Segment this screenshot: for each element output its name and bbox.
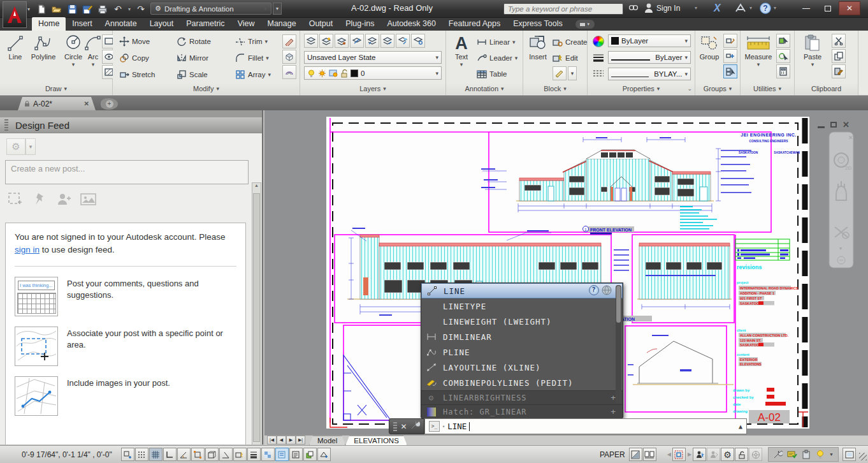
popup-scrollbar[interactable] [616,285,621,404]
layout-nav-prev[interactable]: ◀ [277,436,286,445]
autodesk360-icon[interactable] [734,2,747,17]
suggestion-pline[interactable]: PLINE [421,344,623,360]
group-selection-toggle[interactable] [723,64,737,78]
modify-panel-footer[interactable]: Modify▾ [113,83,300,94]
maximize-button[interactable] [817,1,839,15]
polar-tracking-toggle[interactable] [177,448,191,461]
panel-grip-icon[interactable] [4,119,8,131]
annotation-panel-footer[interactable]: Annotation▾ [446,83,523,94]
feed-gear-icon[interactable]: ⚙ [6,138,25,155]
color-wheel-icon[interactable] [593,36,604,47]
viewport-next-icon[interactable]: ▶ [688,452,691,457]
command-help-icon[interactable]: ? [589,285,599,295]
layer-state-dropdown[interactable]: Unsaved Layer State▾ [304,51,442,64]
doc-minimize-icon[interactable] [818,126,825,128]
maximize-viewport-button[interactable] [672,448,686,461]
annotation-monitor-toggle[interactable] [303,448,317,461]
ribbon-tab-view[interactable]: View [231,17,261,31]
fillet-button[interactable]: Fillet▾ [235,52,269,64]
new-drawing-tab-button[interactable]: + [101,98,118,110]
steering-wheel-button[interactable] [749,448,762,461]
suggestion-hatch-grlinear[interactable]: Hatch: GR_LINEAR+ [421,404,623,418]
utilities-panel-footer[interactable]: Utilities▾ [741,83,794,94]
ribbon-tab-home[interactable]: Home [32,17,66,31]
line-button[interactable]: Line [3,33,28,61]
toolbar-lock-button[interactable] [735,448,748,461]
lineweight-display-toggle[interactable] [247,448,261,461]
app-menu-chevron-icon[interactable]: ▾ [27,6,30,12]
command-input[interactable]: >_ ▾ LINE ▲ [424,418,747,434]
design-feed-header[interactable]: Design Feed [0,117,262,133]
tab-elevations[interactable]: ELEVATIONS [345,436,407,445]
annotation-visibility-button[interactable] [693,448,706,461]
arc-button[interactable]: Arc▾ [83,33,103,68]
minimize-button[interactable]: — [795,1,817,15]
lineweight-icon[interactable] [593,54,604,65]
qat-customize-button[interactable]: ▾ [273,3,282,15]
ribbon-tab-annotate[interactable]: Annotate [99,17,143,31]
search-go-icon[interactable] [628,3,639,17]
a360-chevron-icon[interactable]: ▾ [749,5,752,11]
layout-nav-last[interactable]: ▶| [296,436,305,445]
new-file-icon[interactable] [34,3,48,15]
quick-properties-toggle[interactable] [289,448,303,461]
command-bar-grip[interactable]: ✕ [389,418,424,434]
sign-in-link[interactable]: sign in [15,245,40,254]
feed-scroll-up-icon[interactable]: ▲ [252,183,261,192]
search-input[interactable] [503,3,623,15]
dynamic-input-toggle[interactable] [233,448,247,461]
layer-freeze-icon[interactable] [365,34,379,48]
ribbon-tab-output[interactable]: Output [303,17,340,31]
suggestion-line[interactable]: LINE ? [421,283,623,298]
sign-in-button[interactable]: Sign In [656,4,680,13]
scale-button[interactable]: Scale [177,68,208,81]
workspace-switcher[interactable]: ⚙ Drafting & Annotation ▾ [150,3,271,15]
viewport-prev-icon[interactable]: ◀ [667,452,671,457]
internet-search-icon[interactable] [602,285,612,297]
tray-plot-status-icon[interactable] [785,448,799,461]
cut-icon[interactable] [832,34,846,48]
doc-restore-icon[interactable] [830,122,837,128]
tray-clipboard-icon[interactable] [799,448,813,461]
model-space-icon[interactable] [629,448,642,461]
command-close-icon[interactable]: ✕ [400,422,407,431]
plot-icon[interactable] [96,3,110,15]
suggestion-linetype[interactable]: LINETYPE [421,298,623,314]
autoscale-button[interactable] [707,448,720,461]
groups-panel-footer[interactable]: Groups▾ [695,83,740,94]
clipboard-panel-footer[interactable]: Clipboard [795,83,858,94]
help-chevron-icon[interactable]: ▾ [774,5,776,11]
ribbon-tab-featuredapps[interactable]: Featured Apps [442,17,507,31]
undo-chevron-icon[interactable]: ▾ [126,3,133,15]
command-customize-icon[interactable] [410,420,420,432]
layer-properties-icon[interactable] [304,34,318,48]
array-button[interactable]: Array▾ [235,68,271,81]
app-menu-button[interactable] [3,1,27,28]
space-toggle-label[interactable]: PAPER [600,450,625,459]
navbar-close-icon[interactable]: ✕ [848,135,853,141]
navbar-chevron-icon[interactable]: ▾ [839,246,842,251]
associate-area-icon[interactable] [8,192,23,207]
layers-panel-footer[interactable]: Layers▾ [300,83,445,94]
move-button[interactable]: Move [119,35,150,48]
layer-lock-icon[interactable] [380,34,394,48]
linetype-icon[interactable] [593,69,604,80]
file-tab-a02[interactable]: A-02* ✕ [18,97,96,110]
workspace-gear-button[interactable]: ⚙ [721,448,734,461]
help-icon[interactable]: ? [760,3,771,14]
stretch-button[interactable]: Stretch [119,68,155,81]
redo-icon[interactable]: ↷ [134,3,148,15]
ribbon-tab-layout[interactable]: Layout [143,17,180,31]
layer-unisolate-icon[interactable] [350,34,364,48]
doc-close-icon[interactable]: ✕ [843,120,850,129]
tag-person-icon[interactable] [56,192,71,207]
command-history-up-icon[interactable]: ▲ [739,423,742,430]
group-button[interactable]: Group [697,34,722,61]
create-block-button[interactable]: Create [553,36,588,48]
pin-post-icon[interactable] [32,192,47,207]
dim-linear-button[interactable]: Linear▾ [477,36,516,48]
feed-scrollbar[interactable]: ▲ ▼ [252,182,261,445]
copy-button[interactable]: Copy [119,52,149,64]
polyline-button[interactable]: Polyline [28,33,59,61]
angle-snap-toggle[interactable] [219,448,233,461]
